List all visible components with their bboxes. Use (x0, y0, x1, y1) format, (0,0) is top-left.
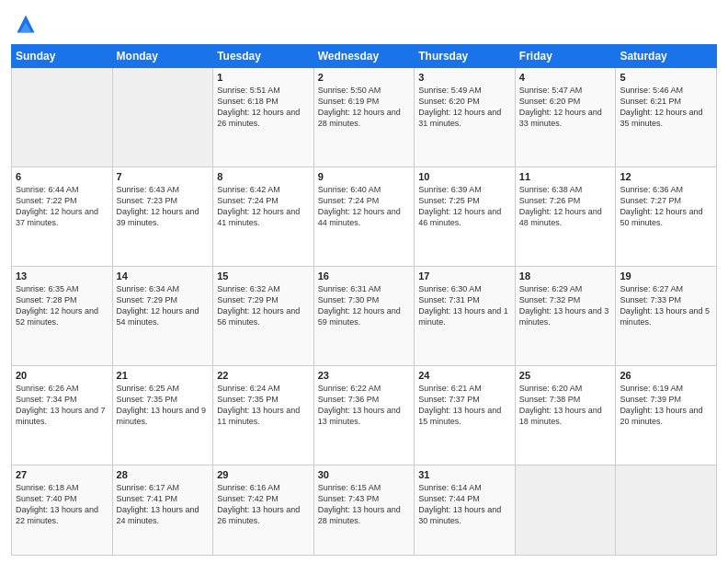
day-number: 9 (318, 171, 411, 182)
day-cell: 15Sunrise: 6:32 AM Sunset: 7:29 PM Dayli… (213, 266, 314, 365)
day-info: Sunrise: 6:43 AM Sunset: 7:23 PM Dayligh… (117, 184, 210, 229)
day-info: Sunrise: 6:27 AM Sunset: 7:33 PM Dayligh… (620, 283, 712, 328)
day-number: 29 (217, 469, 310, 480)
day-cell (515, 465, 616, 555)
day-info: Sunrise: 6:40 AM Sunset: 7:24 PM Dayligh… (318, 184, 411, 229)
week-row-5: 27Sunrise: 6:18 AM Sunset: 7:40 PM Dayli… (12, 465, 717, 555)
day-number: 10 (418, 171, 511, 182)
day-info: Sunrise: 5:51 AM Sunset: 6:18 PM Dayligh… (217, 85, 310, 130)
day-cell: 30Sunrise: 6:15 AM Sunset: 7:43 PM Dayli… (313, 465, 415, 555)
day-info: Sunrise: 6:21 AM Sunset: 7:37 PM Dayligh… (418, 383, 511, 428)
day-cell: 8Sunrise: 6:42 AM Sunset: 7:24 PM Daylig… (213, 167, 314, 266)
day-cell: 9Sunrise: 6:40 AM Sunset: 7:24 PM Daylig… (313, 167, 415, 266)
day-cell: 10Sunrise: 6:39 AM Sunset: 7:25 PM Dayli… (415, 167, 516, 266)
day-cell: 6Sunrise: 6:44 AM Sunset: 7:22 PM Daylig… (12, 167, 113, 266)
day-cell: 5Sunrise: 5:46 AM Sunset: 6:21 PM Daylig… (616, 68, 717, 167)
day-cell: 14Sunrise: 6:34 AM Sunset: 7:29 PM Dayli… (112, 266, 213, 365)
day-info: Sunrise: 6:20 AM Sunset: 7:38 PM Dayligh… (519, 383, 612, 428)
day-cell: 13Sunrise: 6:35 AM Sunset: 7:28 PM Dayli… (12, 266, 113, 365)
day-info: Sunrise: 6:31 AM Sunset: 7:30 PM Dayligh… (318, 283, 411, 328)
day-number: 22 (217, 370, 310, 381)
day-number: 30 (318, 469, 411, 480)
day-info: Sunrise: 6:26 AM Sunset: 7:34 PM Dayligh… (16, 383, 108, 428)
day-number: 14 (117, 270, 210, 282)
calendar: SundayMondayTuesdayWednesdayThursdayFrid… (11, 44, 717, 556)
day-number: 24 (418, 370, 511, 381)
day-info: Sunrise: 6:42 AM Sunset: 7:24 PM Dayligh… (217, 184, 310, 229)
day-cell: 28Sunrise: 6:17 AM Sunset: 7:41 PM Dayli… (112, 465, 213, 555)
day-of-week-tuesday: Tuesday (213, 45, 314, 68)
day-number: 3 (418, 72, 511, 83)
day-cell: 22Sunrise: 6:24 AM Sunset: 7:35 PM Dayli… (213, 365, 314, 465)
day-info: Sunrise: 6:24 AM Sunset: 7:35 PM Dayligh… (217, 383, 310, 428)
day-cell: 23Sunrise: 6:22 AM Sunset: 7:36 PM Dayli… (313, 365, 415, 465)
day-cell: 19Sunrise: 6:27 AM Sunset: 7:33 PM Dayli… (616, 266, 717, 365)
day-number: 21 (117, 370, 210, 381)
day-cell: 26Sunrise: 6:19 AM Sunset: 7:39 PM Dayli… (616, 365, 717, 465)
day-cell: 31Sunrise: 6:14 AM Sunset: 7:44 PM Dayli… (415, 465, 516, 555)
day-cell: 29Sunrise: 6:16 AM Sunset: 7:42 PM Dayli… (213, 465, 314, 555)
day-cell: 25Sunrise: 6:20 AM Sunset: 7:38 PM Dayli… (515, 365, 616, 465)
day-of-week-thursday: Thursday (415, 45, 516, 68)
calendar-table: SundayMondayTuesdayWednesdayThursdayFrid… (11, 44, 717, 556)
day-info: Sunrise: 6:19 AM Sunset: 7:39 PM Dayligh… (620, 383, 712, 428)
day-cell: 16Sunrise: 6:31 AM Sunset: 7:30 PM Dayli… (313, 266, 415, 365)
day-cell: 21Sunrise: 6:25 AM Sunset: 7:35 PM Dayli… (112, 365, 213, 465)
day-info: Sunrise: 6:22 AM Sunset: 7:36 PM Dayligh… (318, 383, 411, 428)
day-cell: 4Sunrise: 5:47 AM Sunset: 6:20 PM Daylig… (515, 68, 616, 167)
day-info: Sunrise: 6:34 AM Sunset: 7:29 PM Dayligh… (117, 283, 210, 328)
day-of-week-saturday: Saturday (616, 45, 717, 68)
day-of-week-friday: Friday (515, 45, 616, 68)
calendar-header: SundayMondayTuesdayWednesdayThursdayFrid… (12, 45, 717, 68)
day-cell: 1Sunrise: 5:51 AM Sunset: 6:18 PM Daylig… (213, 68, 314, 167)
day-info: Sunrise: 6:25 AM Sunset: 7:35 PM Dayligh… (117, 383, 210, 428)
day-info: Sunrise: 6:36 AM Sunset: 7:27 PM Dayligh… (620, 184, 712, 229)
day-cell: 18Sunrise: 6:29 AM Sunset: 7:32 PM Dayli… (515, 266, 616, 365)
day-info: Sunrise: 6:32 AM Sunset: 7:29 PM Dayligh… (217, 283, 310, 328)
day-number: 11 (519, 171, 612, 182)
days-of-week-row: SundayMondayTuesdayWednesdayThursdayFrid… (12, 45, 717, 68)
day-number: 27 (16, 469, 108, 480)
day-number: 23 (318, 370, 411, 381)
day-cell: 24Sunrise: 6:21 AM Sunset: 7:37 PM Dayli… (415, 365, 516, 465)
day-cell: 12Sunrise: 6:36 AM Sunset: 7:27 PM Dayli… (616, 167, 717, 266)
day-info: Sunrise: 5:46 AM Sunset: 6:21 PM Dayligh… (620, 85, 712, 130)
day-cell (112, 68, 213, 167)
day-number: 17 (418, 270, 511, 282)
day-cell (12, 68, 113, 167)
day-cell: 3Sunrise: 5:49 AM Sunset: 6:20 PM Daylig… (415, 68, 516, 167)
week-row-4: 20Sunrise: 6:26 AM Sunset: 7:34 PM Dayli… (12, 365, 717, 465)
day-info: Sunrise: 6:39 AM Sunset: 7:25 PM Dayligh… (418, 184, 511, 229)
day-number: 5 (620, 72, 712, 83)
day-cell: 7Sunrise: 6:43 AM Sunset: 7:23 PM Daylig… (112, 167, 213, 266)
logo (11, 9, 44, 39)
day-info: Sunrise: 5:47 AM Sunset: 6:20 PM Dayligh… (519, 85, 612, 130)
day-number: 12 (620, 171, 712, 182)
day-cell: 17Sunrise: 6:30 AM Sunset: 7:31 PM Dayli… (415, 266, 516, 365)
header (11, 9, 717, 39)
day-number: 20 (16, 370, 108, 381)
day-info: Sunrise: 6:16 AM Sunset: 7:42 PM Dayligh… (217, 482, 310, 527)
day-cell: 11Sunrise: 6:38 AM Sunset: 7:26 PM Dayli… (515, 167, 616, 266)
day-info: Sunrise: 6:44 AM Sunset: 7:22 PM Dayligh… (16, 184, 108, 229)
page: SundayMondayTuesdayWednesdayThursdayFrid… (0, 0, 728, 563)
day-info: Sunrise: 5:50 AM Sunset: 6:19 PM Dayligh… (318, 85, 411, 130)
week-row-3: 13Sunrise: 6:35 AM Sunset: 7:28 PM Dayli… (12, 266, 717, 365)
day-number: 6 (16, 171, 108, 182)
day-number: 2 (318, 72, 411, 83)
day-of-week-wednesday: Wednesday (313, 45, 415, 68)
week-row-1: 1Sunrise: 5:51 AM Sunset: 6:18 PM Daylig… (12, 68, 717, 167)
day-number: 1 (217, 72, 310, 83)
calendar-body: 1Sunrise: 5:51 AM Sunset: 6:18 PM Daylig… (12, 68, 717, 556)
day-of-week-sunday: Sunday (12, 45, 113, 68)
day-number: 4 (519, 72, 612, 83)
day-number: 25 (519, 370, 612, 381)
day-of-week-monday: Monday (112, 45, 213, 68)
day-cell: 2Sunrise: 5:50 AM Sunset: 6:19 PM Daylig… (313, 68, 415, 167)
day-info: Sunrise: 6:35 AM Sunset: 7:28 PM Dayligh… (16, 283, 108, 328)
day-cell: 20Sunrise: 6:26 AM Sunset: 7:34 PM Dayli… (12, 365, 113, 465)
day-number: 16 (318, 270, 411, 282)
day-info: Sunrise: 6:17 AM Sunset: 7:41 PM Dayligh… (117, 482, 210, 527)
day-info: Sunrise: 6:38 AM Sunset: 7:26 PM Dayligh… (519, 184, 612, 229)
logo-icon (11, 9, 40, 39)
